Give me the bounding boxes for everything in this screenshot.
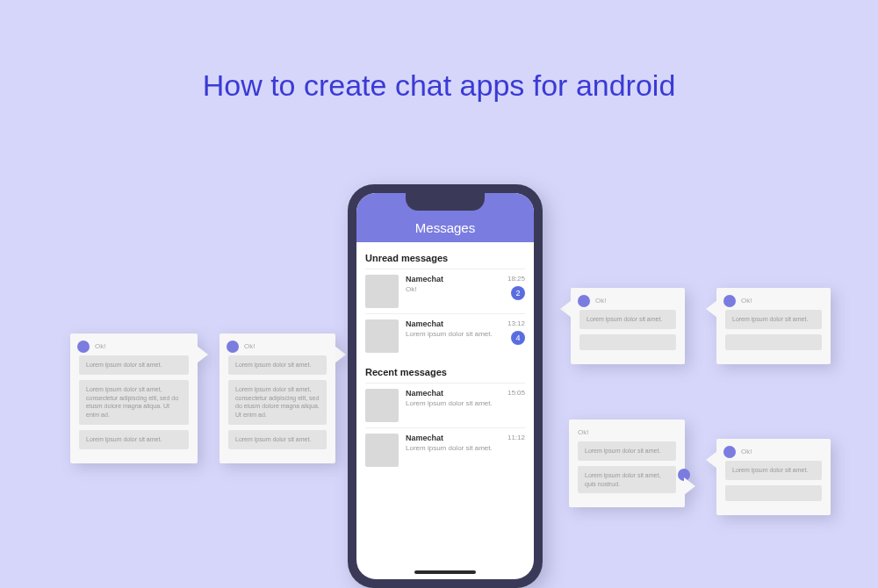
text-block: Lorem ipsum dolor sit amet. xyxy=(228,355,327,375)
chat-preview: Ok! xyxy=(406,285,500,294)
chat-preview: Lorem ipsum dolor sit amet. xyxy=(406,444,500,453)
bubble-header: Ok! xyxy=(578,428,676,436)
text-block xyxy=(579,334,676,350)
chat-bubble-card: Ok! Lorem ipsum dolor sit amet. Lorem ip… xyxy=(220,333,335,463)
section-heading-recent: Recent messages xyxy=(365,367,525,377)
avatar xyxy=(365,319,399,353)
unread-badge: 4 xyxy=(511,331,525,345)
dot-icon xyxy=(578,295,590,307)
dot-icon xyxy=(77,341,90,353)
section-heading-unread: Unread messages xyxy=(365,253,525,263)
page-title: How to create chat apps for android xyxy=(0,68,878,103)
bubble-tail-icon xyxy=(560,300,572,318)
text-block: Lorem ipsum dolor sit amet. xyxy=(579,310,676,329)
chat-name: Namechat xyxy=(406,275,500,283)
chat-bubble-card: Ok! Lorem ipsum dolor sit amet. Lorem ip… xyxy=(569,419,685,507)
chat-bubble-card: Ok! Lorem ipsum dolor sit amet. xyxy=(571,288,685,364)
chat-time: 13:12 xyxy=(507,319,525,327)
bubble-header: Ok! xyxy=(79,342,189,350)
chat-bubble-card: Ok! Lorem ipsum dolor sit amet. xyxy=(716,439,831,515)
chat-time: 18:25 xyxy=(507,275,525,283)
text-block: Lorem ipsum dolor sit amet, consectetur … xyxy=(79,380,189,425)
text-block: Lorem ipsum dolor sit amet. xyxy=(79,430,189,449)
text-block xyxy=(725,485,822,501)
chat-preview: Lorem ipsum dolor sit amet. xyxy=(406,330,500,339)
text-block: Lorem ipsum dolor sit amet. xyxy=(79,355,189,375)
text-block: Lorem ipsum dolor sit amet. xyxy=(578,441,676,461)
app-body: Unread messages Namechat Ok! 18:25 2 Nam… xyxy=(356,242,534,479)
text-block: Lorem ipsum dolor sit amet. xyxy=(725,461,822,480)
unread-badge: 2 xyxy=(511,286,525,300)
dot-icon xyxy=(723,446,736,458)
dot-icon xyxy=(227,341,239,353)
chat-preview: Lorem ipsum dolor sit amet. xyxy=(406,399,500,408)
chat-name: Namechat xyxy=(406,434,500,442)
dot-icon xyxy=(723,295,736,307)
avatar xyxy=(365,434,399,467)
text-block xyxy=(725,334,822,350)
chat-name: Namechat xyxy=(406,389,500,398)
bubble-header: Ok! xyxy=(579,297,676,305)
bubble-header: Ok! xyxy=(725,297,822,305)
phone-screen: Messages Unread messages Namechat Ok! 18… xyxy=(356,193,534,579)
chat-time: 11:12 xyxy=(507,434,525,441)
chat-row[interactable]: Namechat Lorem ipsum dolor sit amet. 13:… xyxy=(365,313,525,358)
bubble-tail-icon xyxy=(706,451,717,469)
text-block: Lorem ipsum dolor sit amet. xyxy=(725,310,822,329)
text-block: Lorem ipsum dolor sit amet, consectetur … xyxy=(228,380,327,425)
bubble-header: Ok! xyxy=(725,448,822,455)
avatar xyxy=(365,275,399,308)
phone-mockup: Messages Unread messages Namechat Ok! 18… xyxy=(348,184,543,588)
avatar xyxy=(365,389,399,422)
bubble-tail-icon xyxy=(684,477,695,495)
home-indicator-icon xyxy=(414,570,476,574)
text-block: Lorem ipsum dolor sit amet, quis nostrud… xyxy=(578,466,676,494)
chat-name: Namechat xyxy=(406,319,500,328)
bubble-header: Ok! xyxy=(228,342,327,350)
chat-bubble-card: Ok! Lorem ipsum dolor sit amet. xyxy=(716,288,831,364)
chat-row[interactable]: Namechat Lorem ipsum dolor sit amet. 11:… xyxy=(365,427,525,472)
text-block: Lorem ipsum dolor sit amet. xyxy=(228,430,327,449)
bubble-tail-icon xyxy=(197,346,208,363)
bubble-tail-icon xyxy=(335,346,346,363)
chat-row[interactable]: Namechat Ok! 18:25 2 xyxy=(365,269,525,313)
chat-row[interactable]: Namechat Lorem ipsum dolor sit amet. 15:… xyxy=(365,383,525,427)
app-title: Messages xyxy=(415,220,475,235)
phone-notch-icon xyxy=(406,193,485,211)
chat-time: 15:05 xyxy=(507,389,525,397)
bubble-tail-icon xyxy=(706,300,717,318)
chat-bubble-card: Ok! Lorem ipsum dolor sit amet. Lorem ip… xyxy=(70,333,198,463)
